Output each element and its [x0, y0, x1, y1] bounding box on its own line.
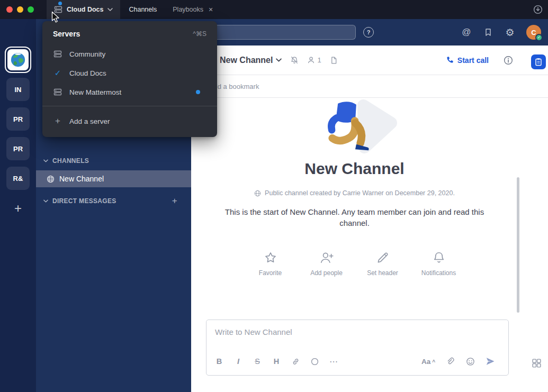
format-circle-icon[interactable]: [307, 354, 322, 369]
servers-menu-header: Servers ^⌘S: [42, 26, 217, 44]
caret-up-icon: ^: [432, 359, 435, 365]
settings-gear-icon[interactable]: ⚙: [505, 27, 515, 38]
channel-info-icon[interactable]: [504, 56, 513, 65]
menu-item-label: New Mattermost: [69, 88, 121, 96]
italic-button[interactable]: I: [231, 354, 246, 369]
more-formatting-icon[interactable]: ⋯: [326, 354, 341, 369]
team-item[interactable]: R&: [6, 167, 30, 190]
menu-item-new-mattermost[interactable]: New Mattermost: [42, 83, 217, 102]
message-input[interactable]: [206, 320, 508, 351]
mentions-icon[interactable]: @: [461, 27, 472, 38]
strikethrough-button[interactable]: S: [250, 354, 265, 369]
team-initials: PR: [13, 115, 23, 123]
set-header-label: Set header: [367, 269, 398, 277]
link-icon[interactable]: [288, 354, 303, 369]
channels-category[interactable]: CHANNELS: [36, 152, 191, 169]
servers-menu-shortcut: ^⌘S: [193, 30, 206, 38]
chevron-down-icon: [43, 199, 48, 203]
online-status-badge: ✓: [535, 34, 543, 41]
phone-icon: [446, 56, 454, 64]
unread-dot: [196, 90, 200, 94]
menu-item-cloud-docs[interactable]: ✓ Cloud Docs: [42, 63, 217, 83]
team-initials: IN: [15, 86, 22, 94]
zoom-window-button[interactable]: [28, 6, 34, 13]
team-selected-ring: [5, 47, 31, 73]
channel-intro-illustration: [191, 99, 518, 154]
channel-header: New Channel 1: [191, 45, 548, 75]
close-tab-icon[interactable]: ×: [209, 6, 213, 13]
members-button[interactable]: 1: [307, 56, 321, 64]
add-dm-button[interactable]: +: [172, 196, 177, 206]
team-item[interactable]: PR: [6, 137, 30, 160]
saved-posts-icon[interactable]: [483, 27, 493, 38]
download-update-icon[interactable]: [533, 5, 543, 14]
bold-button[interactable]: B: [212, 354, 227, 369]
menu-item-label: Cloud Docs: [69, 69, 106, 77]
notifications-button[interactable]: Notifications: [420, 251, 457, 277]
muted-bell-icon[interactable]: [290, 56, 299, 65]
channels-category-label: CHANNELS: [52, 157, 89, 165]
help-icon[interactable]: ?: [363, 27, 374, 38]
team-item[interactable]: PR: [6, 107, 30, 131]
bell-icon: [432, 251, 446, 265]
channel-intro-meta: Public channel created by Carrie Warner …: [191, 189, 518, 197]
channel-intro-body: This is the start of New Channel. Any te…: [212, 206, 498, 229]
attachment-paperclip-icon[interactable]: [443, 354, 457, 369]
window-controls: [6, 6, 34, 13]
plus-icon: +: [14, 201, 22, 216]
apps-grid-icon[interactable]: [532, 358, 542, 368]
set-header-button[interactable]: Set header: [364, 251, 401, 277]
favorite-label: Favorite: [259, 269, 282, 277]
add-server-label: Add a server: [69, 117, 110, 125]
sidebar-item-new-channel[interactable]: New Channel: [36, 170, 191, 187]
add-team-button[interactable]: +: [6, 197, 30, 220]
heading-button[interactable]: H: [269, 354, 284, 369]
channel-title[interactable]: New Channel: [220, 56, 273, 65]
menu-item-community[interactable]: Community: [42, 44, 217, 63]
team-sidebar: IN PR PR R& +: [0, 19, 36, 392]
bookmark-bar[interactable]: + Add a bookmark: [191, 75, 548, 98]
add-server-button[interactable]: + Add a server: [42, 111, 217, 132]
person-plus-icon: [319, 251, 334, 265]
close-window-button[interactable]: [6, 6, 13, 13]
globe-team-icon: [10, 52, 26, 68]
channel-name-label: New Channel: [59, 175, 104, 183]
emoji-icon[interactable]: [463, 354, 478, 369]
pinned-files-icon[interactable]: [330, 56, 338, 65]
globe-icon: [47, 175, 55, 183]
scrollbar[interactable]: [517, 177, 519, 313]
tab-playbooks[interactable]: Playbooks ×: [173, 6, 213, 13]
server-icon: [53, 88, 62, 96]
channel-intro-actions: Favorite Add people Set header: [191, 251, 518, 277]
unread-dot: [58, 2, 62, 5]
tab-channels[interactable]: Channels: [129, 6, 157, 13]
playbooks-app-icon[interactable]: [531, 54, 546, 69]
text-style-label: Aa: [421, 358, 430, 366]
server-tab-label: Cloud Docs: [67, 6, 103, 13]
direct-messages-category[interactable]: DIRECT MESSAGES +: [36, 193, 191, 209]
team-item-globe[interactable]: [7, 49, 29, 70]
member-count: 1: [317, 56, 321, 64]
notifications-label: Notifications: [421, 269, 456, 277]
star-icon: [264, 251, 277, 265]
send-message-icon[interactable]: [483, 354, 498, 369]
server-icon: [53, 50, 62, 58]
server-icon: [54, 5, 62, 14]
channel-intro-title: New Channel: [191, 160, 518, 178]
message-composer: B I S H ⋯ Aa ^: [206, 320, 509, 376]
chevron-down-icon[interactable]: [276, 58, 282, 62]
menu-item-label: Community: [69, 50, 105, 58]
user-avatar[interactable]: C ✓: [526, 25, 541, 40]
start-call-label: Start call: [457, 56, 489, 65]
server-dropdown-tab[interactable]: Cloud Docs: [47, 0, 120, 19]
channel-created-text: Public channel created by Carrie Warner …: [265, 189, 455, 197]
team-item[interactable]: IN: [6, 78, 30, 101]
add-people-button[interactable]: Add people: [308, 251, 345, 277]
minimize-window-button[interactable]: [17, 6, 23, 13]
chevron-down-icon: [43, 159, 48, 162]
favorite-button[interactable]: Favorite: [252, 251, 289, 277]
start-call-button[interactable]: Start call: [446, 56, 489, 65]
team-initials: PR: [13, 145, 23, 153]
tab-playbooks-label: Playbooks: [173, 6, 203, 13]
text-style-selector[interactable]: Aa ^: [421, 358, 435, 366]
